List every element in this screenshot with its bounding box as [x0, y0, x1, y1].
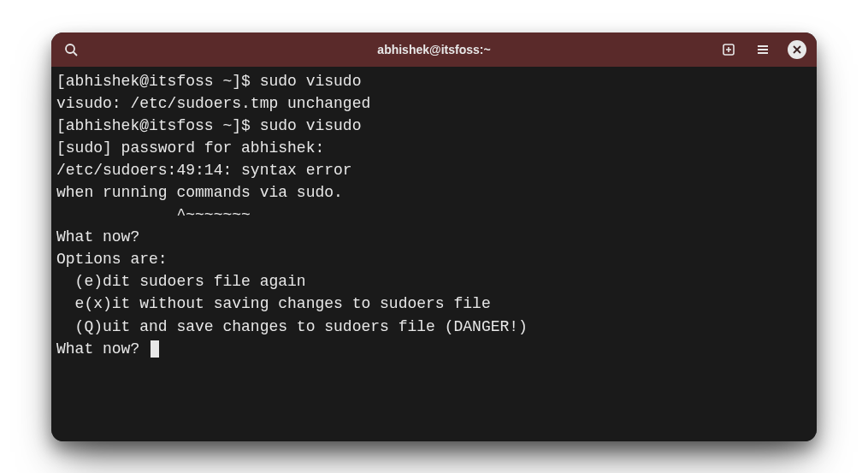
terminal-line: Options are: — [56, 248, 812, 270]
terminal-output[interactable]: [abhishek@itsfoss ~]$ sudo visudo visudo… — [51, 67, 817, 441]
window-title: abhishek@itsfoss:~ — [377, 43, 490, 56]
cursor — [151, 340, 159, 358]
new-tab-icon[interactable] — [719, 40, 738, 59]
svg-point-0 — [66, 44, 74, 53]
terminal-line: [sudo] password for abhishek: — [56, 137, 812, 159]
hamburger-menu-icon[interactable] — [753, 40, 772, 59]
terminal-window: abhishek@itsfoss:~ — [51, 33, 817, 441]
terminal-line: when running commands via sudo. — [56, 181, 812, 204]
terminal-line: [abhishek@itsfoss ~]$ sudo visudo — [56, 115, 812, 137]
terminal-prompt: What now? — [56, 340, 149, 358]
terminal-line: (e)dit sudoers file again — [56, 270, 812, 293]
terminal-line: e(x)it without saving changes to sudoers… — [56, 293, 812, 315]
close-icon[interactable] — [788, 40, 806, 59]
terminal-prompt-line: What now? — [56, 338, 812, 360]
terminal-line: [abhishek@itsfoss ~]$ sudo visudo — [56, 70, 812, 92]
terminal-line: /etc/sudoers:49:14: syntax error — [56, 159, 812, 181]
svg-line-1 — [74, 52, 77, 56]
terminal-line: What now? — [56, 226, 812, 248]
terminal-line: (Q)uit and save changes to sudoers file … — [56, 316, 812, 338]
terminal-line: visudo: /etc/sudoers.tmp unchanged — [56, 92, 812, 115]
search-icon[interactable] — [62, 40, 80, 59]
terminal-line: ^~~~~~~~ — [56, 204, 812, 226]
titlebar: abhishek@itsfoss:~ — [51, 33, 817, 67]
